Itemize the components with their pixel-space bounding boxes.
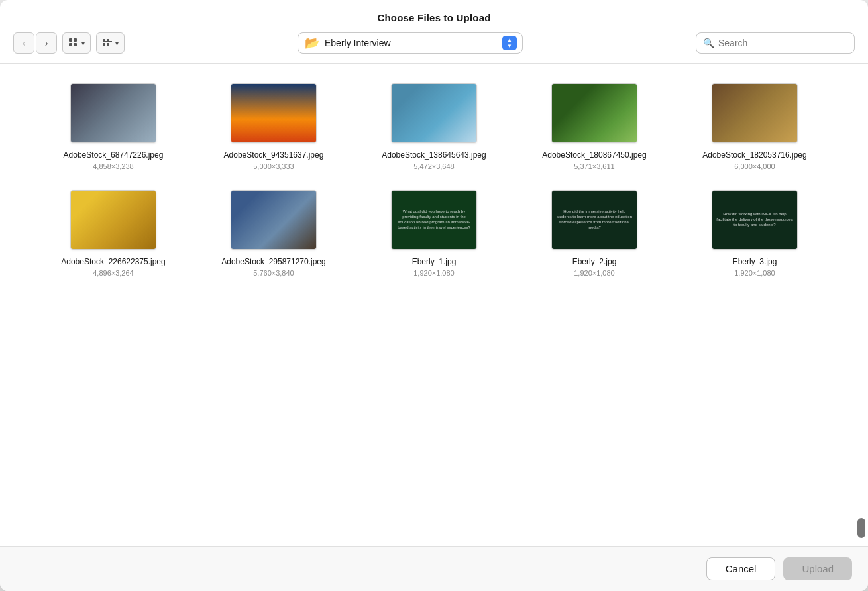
svg-rect-10 <box>103 44 112 44</box>
file-name: AdobeStock_182053716.jpeg <box>702 150 806 161</box>
icon-view-button[interactable]: ▾ <box>62 32 91 54</box>
file-thumbnail <box>551 83 637 143</box>
folder-icon: 📂 <box>305 36 319 50</box>
file-dims: 4,858×3,238 <box>93 162 133 170</box>
file-name: AdobeStock_295871270.jpeg <box>221 256 325 268</box>
search-bar[interactable]: 🔍 <box>696 32 855 54</box>
location-arrows[interactable]: ▲ ▼ <box>502 36 517 50</box>
location-left: 📂 Eberly Interview <box>305 36 391 50</box>
file-name: Eberly_2.jpg <box>572 256 617 268</box>
nav-buttons: ‹ › <box>13 32 57 54</box>
file-item[interactable]: How did working with IMEX lab help facil… <box>681 190 828 277</box>
search-icon: 🔍 <box>703 38 714 48</box>
file-item[interactable]: AdobeStock_138645643.jpeg5,472×3,648 <box>360 83 508 170</box>
list-view-chevron: ▾ <box>115 40 119 47</box>
file-thumbnail <box>70 83 156 143</box>
file-item[interactable]: AdobeStock_180867450.jpeg5,371×3,611 <box>521 83 668 170</box>
list-icon <box>102 38 113 48</box>
svg-rect-8 <box>103 39 105 40</box>
svg-rect-9 <box>103 41 112 42</box>
file-dims: 5,000×3,333 <box>253 162 294 170</box>
file-item[interactable]: AdobeStock_68747226.jpeg4,858×3,238 <box>40 83 187 170</box>
dialog-title: Choose Files to Upload <box>0 0 868 32</box>
svg-rect-3 <box>74 43 77 46</box>
file-dims: 4,896×3,264 <box>93 269 133 277</box>
file-chooser-dialog: Choose Files to Upload ‹ › ▾ <box>0 0 868 591</box>
footer: Cancel Upload <box>0 546 868 591</box>
list-view-button[interactable]: ▾ <box>96 32 125 54</box>
file-thumbnail <box>231 190 317 250</box>
file-item[interactable]: AdobeStock_94351637.jpeg5,000×3,333 <box>200 83 347 170</box>
file-name: AdobeStock_180867450.jpeg <box>542 150 646 161</box>
file-name: Eberly_3.jpg <box>733 256 777 268</box>
file-name: AdobeStock_226622375.jpeg <box>61 256 165 268</box>
upload-button[interactable]: Upload <box>783 557 852 580</box>
file-item[interactable]: AdobeStock_226622375.jpeg4,896×3,264 <box>40 190 187 277</box>
file-name: AdobeStock_138645643.jpeg <box>382 150 486 161</box>
file-dims: 5,760×3,840 <box>253 269 294 277</box>
file-item[interactable]: What goal did you hope to reach by provi… <box>360 190 508 277</box>
grid-icon <box>68 38 79 48</box>
back-button[interactable]: ‹ <box>13 32 34 54</box>
svg-rect-1 <box>74 38 77 42</box>
file-item[interactable]: AdobeStock_182053716.jpeg6,000×4,000 <box>681 83 828 170</box>
file-thumbnail: How did working with IMEX lab help facil… <box>712 190 798 250</box>
file-dims: 6,000×4,000 <box>734 162 775 170</box>
file-thumbnail <box>70 190 156 250</box>
file-item[interactable]: How did the immersive activity help stud… <box>521 190 668 277</box>
cancel-button[interactable]: Cancel <box>706 557 776 580</box>
svg-rect-2 <box>69 43 72 46</box>
file-item[interactable]: AdobeStock_295871270.jpeg5,760×3,840 <box>200 190 347 277</box>
location-bar: 📂 Eberly Interview ▲ ▼ <box>130 32 690 54</box>
file-dims: 5,472×3,648 <box>413 162 454 170</box>
file-grid: AdobeStock_68747226.jpeg4,858×3,238Adobe… <box>0 64 868 546</box>
file-dims: 1,920×1,080 <box>413 269 454 277</box>
toolbar: ‹ › ▾ ▾ <box>0 32 868 63</box>
file-dims: 5,371×3,611 <box>574 162 614 170</box>
file-dims: 1,920×1,080 <box>574 269 614 277</box>
file-thumbnail <box>391 83 477 143</box>
file-thumbnail <box>231 83 317 143</box>
file-name: Eberly_1.jpg <box>412 256 457 268</box>
forward-button[interactable]: › <box>36 32 57 54</box>
file-name: AdobeStock_94351637.jpeg <box>224 150 324 161</box>
location-name: Eberly Interview <box>325 38 391 48</box>
file-name: AdobeStock_68747226.jpeg <box>64 150 164 161</box>
svg-rect-0 <box>69 38 72 42</box>
arrow-up: ▲ <box>507 38 512 43</box>
file-thumbnail <box>712 83 798 143</box>
icon-view-chevron: ▾ <box>81 40 85 47</box>
file-thumbnail: How did the immersive activity help stud… <box>551 190 637 250</box>
scrollbar[interactable] <box>857 518 865 538</box>
file-dims: 1,920×1,080 <box>734 269 775 277</box>
file-thumbnail: What goal did you hope to reach by provi… <box>391 190 477 250</box>
location-pill[interactable]: 📂 Eberly Interview ▲ ▼ <box>298 32 523 54</box>
arrow-down: ▼ <box>507 44 512 49</box>
search-input[interactable] <box>718 38 847 48</box>
